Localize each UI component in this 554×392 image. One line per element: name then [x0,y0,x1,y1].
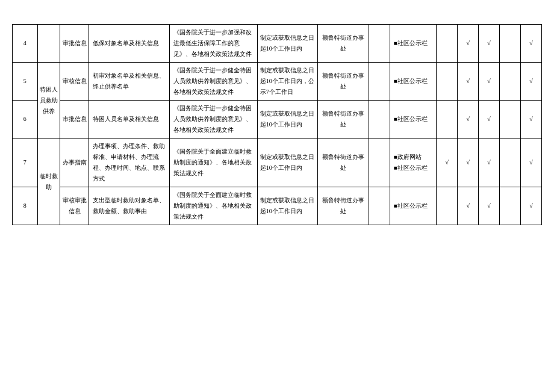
carrier: ■社区公示栏 [390,187,437,225]
department: 额鲁特街道办事处 [318,63,369,101]
timeframe: 制定或获取信息之日起10个工作日内 [257,138,317,187]
category: 特困人员救助供养 [37,63,60,138]
basis: 《国务院关于进一步健全特困人员救助供养制度的意见》、各地相关政策法规文件 [170,63,257,101]
table-row: 7 临时救助 办事指南 办理事项、办理条件、救助标准、申请材料、办理流程、办理时… [13,138,542,187]
content: 低保对象名单及相关信息 [89,25,170,63]
check1 [369,101,390,138]
department: 额鲁特街道办事处 [318,25,369,63]
tick2: √ [458,25,479,63]
tick4 [500,63,521,101]
tick2: √ [458,101,479,138]
tick5: √ [520,25,541,63]
table-row: 8 审核审批信息 支出型临时救助对象名单、救助金额、救助事由 《国务院关于全面建… [13,187,542,225]
tick1 [437,63,458,101]
check1 [369,25,390,63]
tick1: √ [437,138,458,187]
tick3: √ [479,63,500,101]
tick1 [437,25,458,63]
content: 办理事项、办理条件、救助标准、申请材料、办理流程、办理时间、地点、联系方式 [89,138,170,187]
tick4 [500,187,521,225]
category [37,25,60,63]
content: 初审对象名单及相关信息、终止供养名单 [89,63,170,101]
tick4 [500,25,521,63]
timeframe: 制定或获取信息之日起10个工作日内，公示7个工作日 [257,63,317,101]
basis: 《国务院关于全面建立临时救助制度的通知》、各地相关政策法规文件 [170,138,257,187]
timeframe: 制定或获取信息之日起10个工作日内 [257,25,317,63]
timeframe: 制定或获取信息之日起10个工作日内 [257,187,317,225]
tick5: √ [520,63,541,101]
tick3: √ [479,187,500,225]
check1 [369,138,390,187]
tick2: √ [458,63,479,101]
info-type: 办事指南 [60,138,89,187]
carrier: ■社区公示栏 [390,101,437,138]
tick4 [500,101,521,138]
timeframe: 制定或获取信息之日起10个工作日内 [257,101,317,138]
row-number: 4 [13,25,38,63]
table-row: 6 市批信息 特困人员名单及相关信息 《国务院关于进一步健全特困人员救助供养制度… [13,101,542,138]
category: 临时救助 [37,138,60,225]
info-type: 审批信息 [60,25,89,63]
basis: 《国务院关于全面建立临时救助制度的通知》、各地相关政策法规文件 [170,187,257,225]
info-type: 审核信息 [60,63,89,101]
tick5: √ [520,138,541,187]
row-number: 8 [13,187,38,225]
tick2: √ [458,187,479,225]
tick3: √ [479,25,500,63]
tick4 [500,138,521,187]
tick5: √ [520,187,541,225]
gov-disclosure-table: 4 审批信息 低保对象名单及相关信息 《国务院关于进一步加强和改进最低生活保障工… [12,24,542,225]
row-number: 6 [13,101,38,138]
info-type: 市批信息 [60,101,89,138]
row-number: 5 [13,63,38,101]
check1 [369,187,390,225]
department: 额鲁特街道办事处 [318,101,369,138]
carrier: ■政府网站 ■社区公示栏 [390,138,437,187]
content: 支出型临时救助对象名单、救助金额、救助事由 [89,187,170,225]
tick3: √ [479,138,500,187]
basis: 《国务院关于进一步加强和改进最低生活保障工作的意见》、各地相关政策法规文件 [170,25,257,63]
tick1 [437,101,458,138]
tick3: √ [479,101,500,138]
content: 特困人员名单及相关信息 [89,101,170,138]
tick5: √ [520,101,541,138]
check1 [369,63,390,101]
tick2: √ [458,138,479,187]
department: 额鲁特街道办事处 [318,138,369,187]
table-row: 5 特困人员救助供养 审核信息 初审对象名单及相关信息、终止供养名单 《国务院关… [13,63,542,101]
basis: 《国务院关于进一步健全特困人员救助供养制度的意见》、各地相关政策法规文件 [170,101,257,138]
department: 额鲁特街道办事处 [318,187,369,225]
table-row: 4 审批信息 低保对象名单及相关信息 《国务院关于进一步加强和改进最低生活保障工… [13,25,542,63]
carrier: ■社区公示栏 [390,63,437,101]
row-number: 7 [13,138,38,187]
tick1 [437,187,458,225]
info-type: 审核审批信息 [60,187,89,225]
carrier: ■社区公示栏 [390,25,437,63]
